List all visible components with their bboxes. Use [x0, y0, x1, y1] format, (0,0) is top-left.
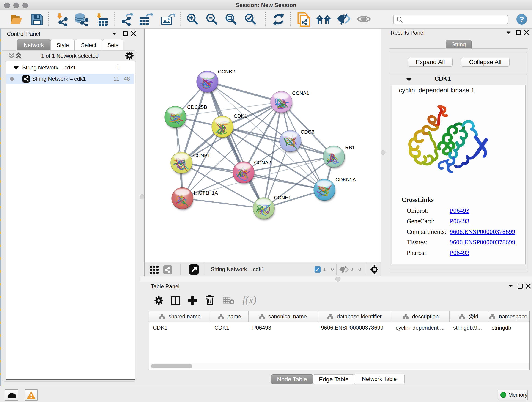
svg-text:CDK1: CDK1	[234, 113, 247, 119]
svg-text:CCNE1: CCNE1	[274, 195, 291, 201]
svg-text:CDC25B: CDC25B	[187, 104, 207, 110]
svg-text:RB1: RB1	[345, 145, 355, 150]
svg-text:CDKN1A: CDKN1A	[336, 177, 356, 182]
svg-text:CCNB2: CCNB2	[218, 69, 235, 75]
svg-text:CDC6: CDC6	[301, 129, 314, 135]
svg-text:CCNB1: CCNB1	[193, 153, 210, 158]
svg-text:CCNA2: CCNA2	[254, 160, 271, 166]
svg-text:HIST1H1A: HIST1H1A	[194, 190, 218, 196]
svg-text:CCNA1: CCNA1	[292, 90, 309, 96]
